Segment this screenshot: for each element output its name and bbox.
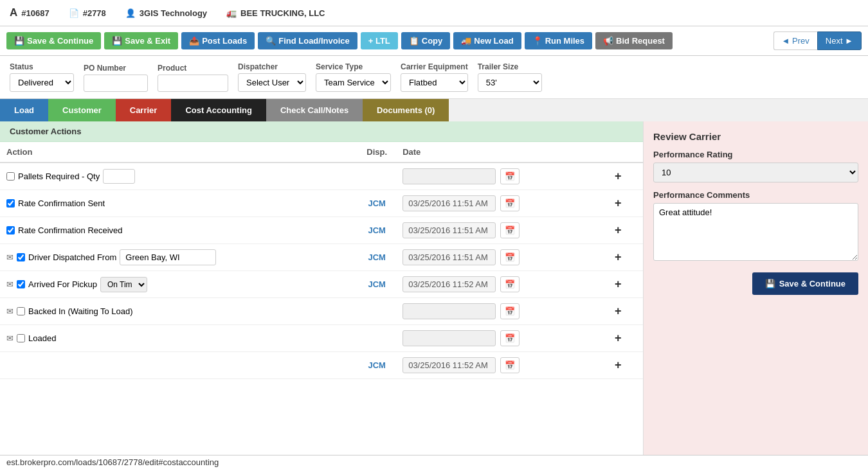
post-icon: 📤 [189,36,199,46]
date-input[interactable] [402,222,496,238]
toolbar: 💾 Save & Continue 💾 Save & Exit 📤 Post L… [0,26,868,56]
form-row: Status Delivered Pending In Transit PO N… [0,56,868,99]
table-row: ✉ Arrived For Pickup On Tim Late Early J… [0,271,643,298]
new-load-icon: 🚚 [461,36,471,46]
carrier-equipment-select[interactable]: Flatbed Dry Van Reefer [401,73,468,92]
date-input[interactable] [402,330,496,346]
status-label: Status [10,62,74,71]
carrier-equipment-label: Carrier Equipment [401,62,468,71]
add-button[interactable]: + [611,276,626,292]
load-id: A #10687 [10,6,50,19]
col-disp: Disp. [357,142,396,163]
date-input[interactable] [402,249,496,265]
run-miles-icon: 📍 [532,36,543,46]
location-input[interactable] [120,249,216,265]
disp-value: JCM [368,226,385,235]
tab-check-call[interactable]: Check Call/Notes [266,99,363,121]
next-button[interactable]: Next ► [817,31,862,50]
tab-customer[interactable]: Customer [48,99,116,121]
status-url: est.brokerpro.com/loads/10687/2778/edit#… [6,457,219,467]
post-loads-button[interactable]: 📤 Post Loads [181,32,255,49]
trailer-size-select[interactable]: 53' 48' 40' [478,73,542,92]
save-exit-icon: 💾 [112,36,122,46]
tab-load[interactable]: Load [0,99,48,121]
new-load-button[interactable]: 🚚 New Load [453,32,521,49]
bid-request-button[interactable]: 📢 Bid Request [595,32,673,49]
calendar-button[interactable]: 📅 [500,195,520,211]
product-group: Product Rocket Engine [158,64,228,92]
pallets-checkbox[interactable] [6,172,15,181]
add-button[interactable]: + [611,330,626,346]
date-input[interactable] [402,276,496,292]
add-button[interactable]: + [611,195,626,211]
date-input[interactable] [402,303,496,319]
status-group: Status Delivered Pending In Transit [10,62,74,92]
review-save-continue-button[interactable]: 💾 Save & Continue [752,272,858,295]
actions-table: Action Disp. Date Pallets Required - Qty [0,142,643,379]
status-select[interactable]: Delivered Pending In Transit [10,73,74,92]
disp-value: JCM [368,279,385,289]
dispatcher-label: Dispatcher [238,62,306,71]
service-type-select[interactable]: Team Service Standard Expedited [316,73,391,92]
rate-conf-received-checkbox[interactable] [6,226,15,234]
status-bar: est.brokerpro.com/loads/10687/2778/edit#… [0,455,868,469]
rate-conf-sent-checkbox[interactable] [6,199,15,208]
date-input[interactable] [402,168,496,184]
calendar-button[interactable]: 📅 [500,303,520,319]
product-input[interactable]: Rocket Engine [158,75,228,92]
table-row: ✉ Backed In (Waiting To Load) 📅 + [0,298,643,325]
run-miles-button[interactable]: 📍 Run Miles [525,32,592,49]
add-button[interactable]: + [611,303,626,319]
backed-in-checkbox[interactable] [17,307,25,315]
performance-rating-select[interactable]: 1234 5678 910 [653,163,858,182]
dispatcher-select[interactable]: Select User JCM Admin [238,73,306,92]
trailer-size-label: Trailer Size [478,62,542,71]
user-icon: 👤 [125,8,136,18]
doc-number: #2778 [83,8,106,18]
calendar-button[interactable]: 📅 [500,249,520,265]
action-label: Pallets Required - Qty [18,172,100,181]
action-label: Rate Confirmation Received [18,226,123,235]
table-row: ✉ Driver Dispatched From JCM 📅 + [0,244,643,271]
add-button[interactable]: + [611,357,626,373]
tab-carrier[interactable]: Carrier [116,99,172,121]
performance-comments-textarea[interactable]: Great attitude! [653,203,858,261]
save-icon: 💾 [14,36,24,46]
carrier-label: BEE TRUCKING, LLC [240,8,325,18]
copy-button[interactable]: 📋 Copy [401,32,451,49]
add-button[interactable]: + [611,168,626,184]
table-row: Rate Confirmation Sent JCM 📅 + [0,190,643,217]
calendar-button[interactable]: 📅 [500,276,520,292]
add-button[interactable]: + [611,249,626,265]
service-type-group: Service Type Team Service Standard Exped… [316,62,391,92]
po-input[interactable] [84,75,148,92]
tabs: Load Customer Carrier Cost Accounting Ch… [0,99,868,121]
tab-cost-accounting[interactable]: Cost Accounting [171,99,266,121]
save-exit-button[interactable]: 💾 Save & Exit [104,32,178,49]
date-input[interactable] [402,357,496,373]
ltl-button[interactable]: + LTL [361,32,398,49]
calendar-button[interactable]: 📅 [500,330,520,346]
nav-group: ◄ Prev Next ► [773,31,862,50]
driver-dispatched-checkbox[interactable] [17,253,25,261]
section-title: Customer Actions [10,127,81,136]
review-header: Review Carrier [653,131,858,142]
add-button[interactable]: + [611,222,626,238]
loaded-checkbox[interactable] [17,334,25,342]
save-continue-button[interactable]: 💾 Save & Continue [6,32,101,49]
tab-documents[interactable]: Documents (0) [363,99,449,121]
right-panel: Review Carrier Performance Rating 1234 5… [643,121,868,469]
action-label: Driver Dispatched From [28,252,116,262]
qty-input[interactable] [103,169,135,184]
calendar-button[interactable]: 📅 [500,222,520,238]
company-name: 👤 3GIS Technology [125,8,207,18]
find-load-button[interactable]: 🔍 Find Load/Invoice [258,32,357,49]
calendar-button[interactable]: 📅 [500,168,520,184]
calendar-button[interactable]: 📅 [500,357,520,373]
performance-comments-label: Performance Comments [653,190,858,200]
arrived-pickup-checkbox[interactable] [17,280,25,288]
date-input[interactable] [402,195,496,211]
arrived-select[interactable]: On Tim Late Early [100,277,147,292]
prev-button[interactable]: ◄ Prev [773,31,817,50]
save-icon: 💾 [765,279,775,288]
